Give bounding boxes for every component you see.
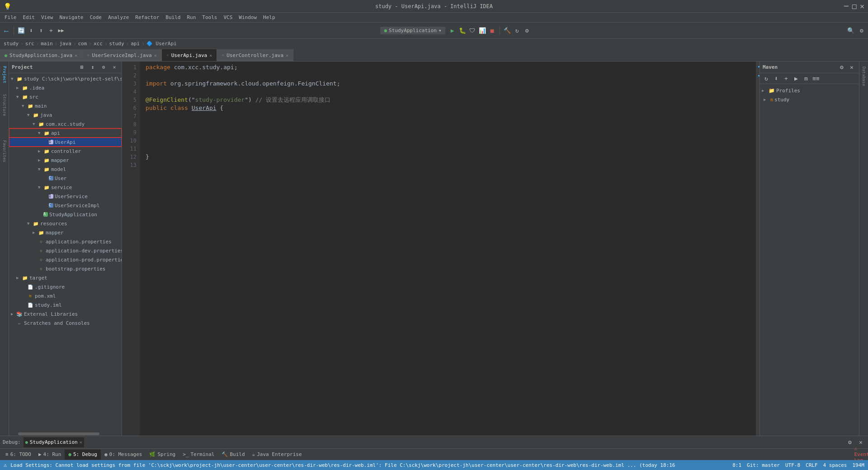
maven-collapse-icon[interactable]: ✕ [847, 63, 856, 72]
sidebar-scrollbar-thumb[interactable] [18, 432, 99, 435]
menu-code[interactable]: Code [87, 14, 104, 20]
tab-run[interactable]: ▶ 4: Run [35, 450, 65, 460]
tree-item-model[interactable]: ▼ 📁 model [9, 165, 122, 174]
menu-window[interactable]: Window [236, 14, 259, 20]
menu-tools[interactable]: Tools [199, 14, 220, 20]
coverage-button[interactable]: 🛡 [468, 26, 477, 35]
maven-download-btn[interactable]: ⬇ [772, 74, 781, 83]
tree-item-userservice[interactable]: ▶ I UserService [9, 192, 122, 201]
sidebar-settings-icon[interactable]: ⚙ [99, 63, 108, 72]
maven-settings-icon[interactable]: ⚙ [837, 63, 846, 72]
tree-item-app-dev-props[interactable]: ▶ ⚙ application-dev.properties [9, 246, 122, 255]
menu-refactor[interactable]: Refactor [132, 14, 162, 20]
run-config-selector[interactable]: ● StudyApplication ▾ [380, 27, 445, 34]
tab-java-enterprise[interactable]: ☕ Java Enterprise [249, 450, 306, 460]
close-button[interactable]: ✕ [860, 2, 864, 10]
tree-item-userserviceimpl[interactable]: ▶ C UserServiceImpl [9, 201, 122, 210]
maven-item-study[interactable]: ▶ m study [762, 95, 857, 104]
search-everywhere-button[interactable]: 🔍 [846, 26, 855, 35]
sync-up-button[interactable]: ⬆ [37, 26, 46, 35]
tree-item-java[interactable]: ▼ 📁 java [9, 110, 122, 119]
tab-study-application[interactable]: ● StudyApplication.java ✕ [0, 49, 82, 61]
maven-item-profiles[interactable]: ▶ 📁 Profiles [762, 86, 857, 95]
tree-item-service[interactable]: ▼ 📁 service [9, 183, 122, 192]
breadcrumb-com[interactable]: com [78, 41, 87, 47]
tree-item-src[interactable]: ▼ 📁 src [9, 92, 122, 101]
tab-close-2[interactable]: ✕ [209, 53, 212, 58]
tree-item-scratches[interactable]: ▶ ✏ Scratches and Consoles [9, 318, 122, 328]
sync-down-button[interactable]: ⬇ [27, 26, 36, 35]
tree-item-external-libs[interactable]: ▶ 📚 External Libraries [9, 309, 122, 318]
title-bar-controls[interactable]: ─ □ ✕ [844, 2, 864, 10]
database-button[interactable]: Database [859, 65, 868, 88]
menu-view[interactable]: View [38, 14, 56, 20]
tab-build[interactable]: 🔨 Build [218, 450, 248, 460]
tab-close-0[interactable]: ✕ [75, 53, 77, 58]
tree-item-api[interactable]: ▼ 📁 api [9, 128, 122, 138]
run-button[interactable]: ▶ [448, 26, 457, 35]
sync-button[interactable]: 🔄 [17, 26, 26, 35]
debug-button[interactable]: 🐛 [458, 26, 467, 35]
debug-session-close[interactable]: ✕ [80, 440, 82, 445]
sidebar-collapse-icon[interactable]: ✕ [110, 63, 119, 72]
tree-item-target[interactable]: ▶ 📁 target [9, 273, 122, 282]
maven-run-btn[interactable]: ▶ [792, 74, 801, 83]
tab-close-1[interactable]: ✕ [154, 53, 157, 58]
maximize-button[interactable]: □ [852, 2, 857, 10]
menu-vcs[interactable]: VCS [221, 14, 235, 20]
breadcrumb-api[interactable]: api [131, 41, 140, 47]
tab-spring[interactable]: 🌿 Spring [146, 450, 179, 460]
breadcrumb-study[interactable]: study [4, 41, 19, 47]
breadcrumb-main[interactable]: main [41, 41, 53, 47]
tree-item-userapi[interactable]: ▶ I UserApi [9, 138, 122, 147]
settings-gear-button[interactable]: ⚙ [857, 26, 866, 35]
debug-session-tab[interactable]: ● StudyApplication ✕ [24, 437, 84, 447]
maven-expand-btn[interactable]: m [802, 74, 811, 83]
menu-help[interactable]: Help [260, 14, 278, 20]
breadcrumb-xcc[interactable]: xcc [94, 41, 103, 47]
sidebar-sort-icon[interactable]: ↕ [88, 63, 97, 72]
maven-refresh-btn[interactable]: ↻ [762, 74, 771, 83]
event-log-button[interactable]: ⚠ Event Log [857, 450, 866, 459]
tree-item-resources[interactable]: ▼ 📁 resources [9, 219, 122, 228]
breadcrumb-java[interactable]: java [59, 41, 71, 47]
sidebar-scrollbar[interactable] [9, 432, 122, 436]
tree-item-com-xcc-study[interactable]: ▼ 📁 com.xcc.study [9, 119, 122, 128]
project-tool-button[interactable]: Project [0, 63, 9, 86]
tree-item-bootstrap-props[interactable]: ▶ ⚙ bootstrap.properties [9, 264, 122, 273]
tree-item-main[interactable]: ▼ 📁 main [9, 101, 122, 110]
minimize-button[interactable]: ─ [844, 2, 849, 10]
menu-edit[interactable]: Edit [20, 14, 38, 20]
breadcrumb-study2[interactable]: study [109, 41, 124, 47]
breadcrumb-src[interactable]: src [25, 41, 34, 47]
tree-item-study-root[interactable]: ▼ 📁 study C:\sckj\work\project-self\s [9, 74, 122, 83]
code-editor[interactable]: package com.xcc.study.api; import org.sp… [140, 62, 756, 436]
tab-user-service-impl[interactable]: ◦ UserServiceImpl.java ✕ [82, 49, 162, 61]
run-config-dropdown[interactable]: ▾ [439, 28, 442, 33]
tree-item-mapper-res[interactable]: ▶ 📁 mapper [9, 228, 122, 237]
debug-settings-icon[interactable]: ⚙ [845, 438, 854, 447]
favorites-button[interactable]: Favorites [0, 142, 9, 160]
tree-item-mapper[interactable]: ▶ 📁 mapper [9, 156, 122, 165]
tab-terminal[interactable]: >_ Terminal [179, 450, 218, 460]
maven-add-btn[interactable]: + [782, 74, 791, 83]
tab-todo[interactable]: ≡ 6: TODO [2, 450, 35, 460]
profile-button[interactable]: 📊 [478, 26, 487, 35]
settings-button[interactable]: ⚙ [523, 26, 532, 35]
structure-button[interactable]: Structure [0, 96, 9, 114]
tree-item-idea[interactable]: ▶ 📁 .idea [9, 83, 122, 92]
menu-build[interactable]: Build [163, 14, 183, 20]
tree-item-gitignore[interactable]: ▶ 📄 .gitignore [9, 282, 122, 291]
tree-item-study-iml[interactable]: ▶ 📄 study.iml [9, 300, 122, 309]
tree-item-user[interactable]: ▶ C User [9, 174, 122, 183]
tree-item-studyapplication[interactable]: ▶ A StudyApplication [9, 210, 122, 219]
add-button[interactable]: + [47, 26, 56, 35]
tree-item-app-prod-props[interactable]: ▶ ⚙ application-prod.properties [9, 255, 122, 264]
refresh-button[interactable]: ↻ [513, 26, 522, 35]
tab-close-3[interactable]: ✕ [286, 53, 288, 58]
build-button[interactable]: 🔨 [503, 26, 512, 35]
back-button[interactable]: ⟵ [2, 26, 11, 35]
menu-file[interactable]: File [2, 14, 19, 20]
stop-button[interactable]: ■ [488, 26, 497, 35]
tab-messages[interactable]: ◉ 0: Messages [101, 450, 146, 460]
